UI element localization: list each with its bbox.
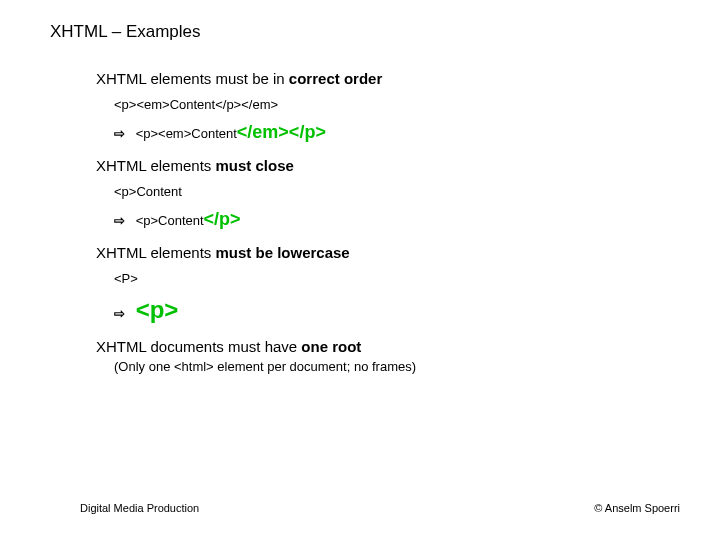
rule-1-heading-bold: correct order	[289, 70, 382, 87]
rule-4-heading-pre: XHTML documents must have	[96, 338, 301, 355]
footer-left: Digital Media Production	[80, 502, 199, 514]
rule-1-heading: XHTML elements must be in correct order	[96, 70, 720, 87]
rule-2-heading-bold: must close	[215, 157, 293, 174]
rule-2-right: ⇨ <p>Content</p>	[114, 209, 720, 230]
rule-2-wrong: <p>Content	[114, 184, 720, 199]
footer: Digital Media Production © Anselm Spoerr…	[0, 502, 720, 514]
footer-right: © Anselm Spoerri	[594, 502, 680, 514]
rule-3-heading-bold: must be lowercase	[215, 244, 349, 261]
rule-3-heading-pre: XHTML elements	[96, 244, 215, 261]
rule-3-heading: XHTML elements must be lowercase	[96, 244, 720, 261]
rule-2-right-pre: <p>Content	[136, 213, 204, 228]
rule-4-note: (Only one <html> element per document; n…	[114, 359, 720, 374]
arrow-icon: ⇨	[114, 213, 132, 228]
rule-4-heading-bold: one root	[301, 338, 361, 355]
page-title: XHTML – Examples	[0, 0, 720, 42]
arrow-icon: ⇨	[114, 306, 132, 321]
rule-3-right-green: <p>	[136, 296, 179, 323]
rule-2-heading-pre: XHTML elements	[96, 157, 215, 174]
rule-1-wrong: <p><em>Content</p></em>	[114, 97, 720, 112]
rule-3-wrong: <P>	[114, 271, 720, 286]
rule-1-heading-pre: XHTML elements must be in	[96, 70, 289, 87]
content-body: XHTML elements must be in correct order …	[0, 42, 720, 374]
rule-1-right: ⇨ <p><em>Content</em></p>	[114, 122, 720, 143]
rule-1-right-pre: <p><em>Content	[136, 126, 237, 141]
rule-4-heading: XHTML documents must have one root	[96, 338, 720, 355]
rule-1-right-green: </em></p>	[237, 122, 326, 142]
rule-3-right: ⇨ <p>	[114, 296, 720, 324]
rule-2-heading: XHTML elements must close	[96, 157, 720, 174]
arrow-icon: ⇨	[114, 126, 132, 141]
rule-2-right-green: </p>	[204, 209, 241, 229]
